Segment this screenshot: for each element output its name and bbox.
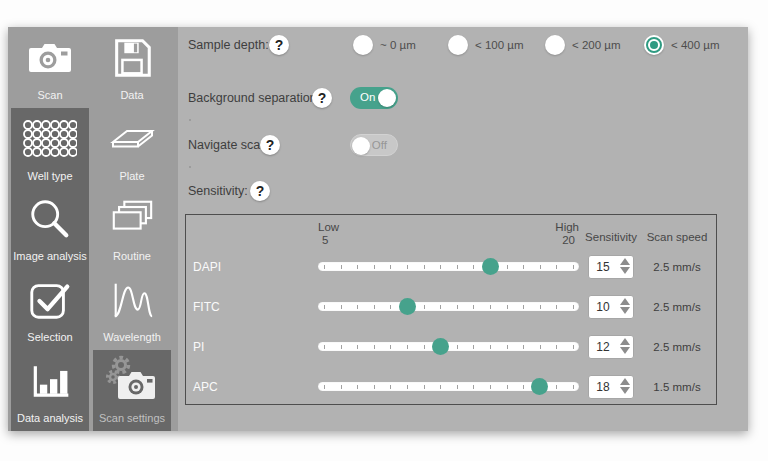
sidebar-item-well-type[interactable]: Well type — [11, 108, 89, 189]
sidebar-item-label: Scan settings — [99, 412, 165, 424]
sensitivity-spinner-pi[interactable]: 12 — [588, 335, 634, 359]
radio-sample-depth-0um[interactable] — [353, 35, 373, 55]
radio-label: ~ 0 µm — [380, 39, 416, 51]
sidebar-item-routine[interactable]: Routine — [93, 189, 171, 270]
sidebar-item-scan-settings[interactable]: Scan settings — [93, 350, 171, 431]
spectrum-icon — [93, 269, 171, 331]
sensitivity-slider-fitc[interactable] — [318, 302, 579, 311]
navigate-scan-label: Navigate scan: — [188, 138, 271, 152]
sidebar-item-label: Scan — [37, 89, 62, 101]
radio-label: < 400 µm — [671, 39, 720, 51]
spinner-up-icon[interactable] — [620, 338, 630, 345]
sensitivity-spinner-apc[interactable]: 18 — [588, 375, 634, 399]
radio-sample-depth-100um[interactable] — [448, 35, 468, 55]
magnifier-icon — [11, 189, 89, 251]
navigate-scan-help-icon[interactable]: ? — [260, 135, 280, 155]
plate-icon — [93, 108, 171, 170]
sidebar-item-label: Well type — [27, 170, 72, 182]
sidebar-item-label: Selection — [27, 331, 72, 343]
sidebar-item-plate[interactable]: Plate — [93, 108, 171, 189]
spinner-down-icon[interactable] — [620, 307, 630, 314]
sidebar-item-selection[interactable]: Selection — [11, 269, 89, 350]
spinner-down-icon[interactable] — [620, 347, 630, 354]
sidebar-item-label: Routine — [113, 250, 151, 262]
sensitivity-slider-apc[interactable] — [318, 382, 579, 391]
sidebar-item-data-analysis[interactable]: Data analysis — [11, 350, 89, 431]
sample-depth-label: Sample depth: — [188, 38, 269, 52]
scale-high-value: 20 — [535, 234, 575, 246]
spinner-value: 15 — [589, 260, 617, 274]
spinner-up-icon[interactable] — [620, 298, 630, 305]
toggle-state-label: On — [360, 91, 375, 103]
floppy-icon — [93, 27, 171, 89]
radio-sample-depth-400um[interactable] — [644, 35, 664, 55]
scan-settings-panel: Scan Data — [8, 27, 748, 431]
spinner-up-icon[interactable] — [620, 258, 630, 265]
dot-artifact — [189, 166, 191, 168]
radio-sample-depth-200um[interactable] — [545, 35, 565, 55]
camera-icon — [11, 27, 89, 89]
scan-speed-value: 2.5 mm/s — [637, 261, 717, 273]
sidebar-item-label: Plate — [119, 170, 144, 182]
channel-label: APC — [193, 380, 218, 394]
dot-artifact — [189, 119, 191, 121]
toggle-knob — [352, 137, 370, 155]
navigate-scan-toggle[interactable]: Off — [350, 134, 398, 156]
sidebar-item-wavelength[interactable]: Wavelength — [93, 269, 171, 350]
sidebar-item-label: Wavelength — [103, 331, 161, 343]
scan-speed-value: 1.5 mm/s — [637, 381, 717, 393]
background-separation-help-icon[interactable]: ? — [312, 88, 332, 108]
channel-label: DAPI — [193, 260, 221, 274]
sensitivity-slider-pi[interactable] — [318, 342, 579, 351]
slider-thumb[interactable] — [531, 378, 548, 395]
sensitivity-table: Low 5 High 20 Sensitivity Scan speed DAP… — [185, 214, 717, 405]
gear-camera-icon — [93, 350, 171, 412]
sidebar-item-label: Data analysis — [17, 412, 83, 424]
sample-depth-help-icon[interactable]: ? — [269, 35, 289, 55]
slider-thumb[interactable] — [482, 258, 499, 275]
channel-label: FITC — [193, 300, 220, 314]
column-header-sensitivity: Sensitivity — [576, 231, 646, 243]
sensitivity-spinner-dapi[interactable]: 15 — [588, 255, 634, 279]
spinner-down-icon[interactable] — [620, 387, 630, 394]
sensitivity-spinner-fitc[interactable]: 10 — [588, 295, 634, 319]
scale-low-value: 5 — [322, 234, 328, 246]
channel-label: PI — [193, 340, 204, 354]
spinner-value: 18 — [589, 380, 617, 394]
scan-speed-value: 2.5 mm/s — [637, 301, 717, 313]
well-grid-icon — [11, 108, 89, 170]
sidebar-item-data[interactable]: Data — [93, 27, 171, 108]
sidebar-item-label: Data — [120, 89, 143, 101]
spinner-value: 10 — [589, 300, 617, 314]
spinner-down-icon[interactable] — [620, 267, 630, 274]
slider-thumb[interactable] — [399, 298, 416, 315]
stack-icon — [93, 189, 171, 251]
slider-thumb[interactable] — [432, 338, 449, 355]
spinner-up-icon[interactable] — [620, 378, 630, 385]
toggle-state-label: Off — [372, 139, 387, 151]
sensitivity-slider-dapi[interactable] — [318, 262, 579, 271]
spinner-value: 12 — [589, 340, 617, 354]
scale-high-label: High — [539, 221, 579, 233]
scale-low-label: Low — [318, 221, 339, 233]
checkbox-icon — [11, 269, 89, 331]
sidebar: Scan Data — [8, 27, 178, 431]
column-header-scan-speed: Scan speed — [642, 231, 712, 243]
radio-label: < 200 µm — [572, 39, 621, 51]
toggle-knob — [378, 89, 396, 107]
sidebar-item-label: Image analysis — [13, 250, 86, 262]
background-separation-toggle[interactable]: On — [350, 87, 398, 109]
radio-label: < 100 µm — [475, 39, 524, 51]
scan-speed-value: 2.5 mm/s — [637, 341, 717, 353]
sensitivity-label: Sensitivity: — [188, 184, 248, 198]
sidebar-item-scan[interactable]: Scan — [11, 27, 89, 108]
bar-chart-icon — [11, 350, 89, 412]
sidebar-item-image-analysis[interactable]: Image analysis — [11, 189, 89, 270]
sensitivity-help-icon[interactable]: ? — [250, 181, 270, 201]
background-separation-label: Background separation: — [188, 91, 320, 105]
